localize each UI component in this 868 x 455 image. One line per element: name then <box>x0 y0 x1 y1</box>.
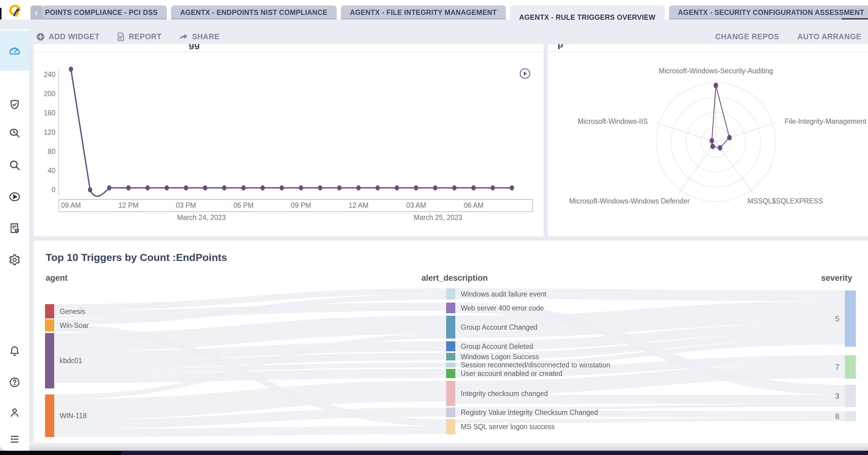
svg-text:Microsoft-Windows-Security-Aud: Microsoft-Windows-Security-Auditing <box>659 67 773 75</box>
sankey-column-header-alert-description: alert_description <box>422 273 488 283</box>
svg-text:5: 5 <box>835 315 839 323</box>
magnifier-clock-icon <box>8 127 21 139</box>
report-button[interactable]: REPORT <box>117 32 162 41</box>
report-label: REPORT <box>129 32 162 41</box>
svg-text:0: 0 <box>52 186 55 194</box>
tab-agentx-endpoints-nist-compliance[interactable]: AGENTX - ENDPOINTS NIST COMPLIANCE <box>171 5 337 20</box>
clipped-title-fragment: gg <box>189 44 200 50</box>
time-range-brush[interactable] <box>59 199 533 212</box>
tab-label: AGENTX - ENDPOINTS NIST COMPLIANCE <box>180 8 328 17</box>
svg-text:240: 240 <box>44 71 55 78</box>
svg-text:March 25, 2023: March 25, 2023 <box>413 214 462 221</box>
svg-text:Integrity checksum changed: Integrity checksum changed <box>461 390 548 397</box>
dashboard-app: ‹ POINTS COMPLIANCE - PCI DSS AGENTX - E… <box>0 0 868 455</box>
top-10-triggers-sankey-widget: Top 10 Triggers by Count :EndPoints agen… <box>33 240 868 446</box>
svg-text:Microsoft-Windows-Windows Defe: Microsoft-Windows-Windows Defender <box>569 197 690 205</box>
sidebar-item-help[interactable] <box>0 368 29 397</box>
tab-label: AGENTX - SECURITY CONFIGURATION ASSESSME… <box>678 8 864 17</box>
tab-label: POINTS COMPLIANCE - PCI DSS <box>45 8 158 17</box>
sidebar-item-search[interactable] <box>0 151 29 180</box>
tab-strip: ‹ POINTS COMPLIANCE - PCI DSS AGENTX - E… <box>30 5 868 20</box>
shield-check-icon <box>8 99 21 111</box>
sankey-widget-title: Top 10 Triggers by Count :EndPoints <box>45 252 227 263</box>
triggers-by-source-radar-widget: p Microsoft-Windows-Security-AuditingFil… <box>548 44 868 236</box>
svg-text:8: 8 <box>835 412 839 421</box>
svg-text:Group Account Deleted: Group Account Deleted <box>461 343 533 350</box>
background-window-top <box>121 451 868 455</box>
svg-text:Group Account Changed: Group Account Changed <box>461 323 537 331</box>
svg-text:MSSQL$SQLEXPRESS: MSSQL$SQLEXPRESS <box>747 197 823 205</box>
dashboard-tab-bar: ‹ POINTS COMPLIANCE - PCI DSS AGENTX - E… <box>0 0 868 20</box>
svg-text:Microsoft-Windows-IIS: Microsoft-Windows-IIS <box>578 118 648 125</box>
help-circle-icon <box>9 377 21 388</box>
sidebar-item-user[interactable] <box>0 398 29 427</box>
bottom-scroll-fade <box>0 443 868 451</box>
clipped-title-fragment: p <box>558 44 563 50</box>
auto-arrange-label: AUTO ARRANGE <box>797 32 861 41</box>
search-icon <box>8 159 21 171</box>
svg-text:MS SQL server logon success: MS SQL server logon success <box>461 423 555 431</box>
tab-agentx-rule-triggers-overview[interactable]: AGENTX - RULE TRIGGERS OVERVIEW <box>510 5 665 29</box>
user-icon <box>9 407 21 418</box>
left-nav-sidebar <box>0 29 29 451</box>
svg-text:160: 160 <box>44 109 55 117</box>
document-shield-icon <box>8 222 21 234</box>
tab-agentx-security-configuration-assessment[interactable]: AGENTX - SECURITY CONFIGURATION ASSESSME… <box>669 5 868 20</box>
tab-agentx-file-integrity-management[interactable]: AGENTX - FILE INTEGRITY MANAGEMENT <box>341 5 506 20</box>
change-repos-button[interactable]: CHANGE REPOS <box>715 32 779 41</box>
svg-text:Registry Value Integrity Check: Registry Value Integrity Checksum Change… <box>461 409 598 416</box>
dashboard-gauge-icon <box>8 44 21 57</box>
tab-label: AGENTX - FILE INTEGRITY MANAGEMENT <box>350 8 497 17</box>
add-widget-button[interactable]: ADD WIDGET <box>36 32 99 41</box>
svg-text:3: 3 <box>835 392 839 400</box>
dashboard-canvas: gg 0408012016020024009 AM12 PM03 PM06 PM… <box>29 44 868 443</box>
rule-triggers-timeline-widget: gg 0408012016020024009 AM12 PM03 PM06 PM… <box>33 44 544 236</box>
svg-text:7: 7 <box>835 363 839 371</box>
play-oval-icon <box>8 191 21 203</box>
svg-text:User account enabled or create: User account enabled or created <box>461 369 562 378</box>
svg-text:Windows Logon Success: Windows Logon Success <box>461 353 539 361</box>
report-document-icon <box>117 32 125 41</box>
tab-label: AGENTX - RULE TRIGGERS OVERVIEW <box>519 13 656 22</box>
bell-icon <box>9 345 21 357</box>
svg-text:Genesis: Genesis <box>60 307 85 315</box>
svg-text:120: 120 <box>44 128 55 136</box>
svg-text:80: 80 <box>48 148 55 155</box>
share-label: SHARE <box>192 32 220 41</box>
trend-play-button[interactable] <box>520 68 530 79</box>
svg-text:March 24, 2023: March 24, 2023 <box>177 214 226 221</box>
clipped-widget-title: gg <box>33 44 544 52</box>
svg-text:File-Integrity-Management: File-Integrity-Management <box>785 118 866 125</box>
svg-text:Win-Soar: Win-Soar <box>60 322 89 329</box>
sidebar-item-dashboard[interactable] <box>0 30 29 71</box>
plus-circle-icon <box>36 32 45 41</box>
tab-endpoints-compliance-pci-dss[interactable]: POINTS COMPLIANCE - PCI DSS <box>42 5 167 20</box>
share-button[interactable]: SHARE <box>179 32 220 41</box>
change-repos-label: CHANGE REPOS <box>715 32 779 41</box>
add-widget-label: ADD WIDGET <box>49 32 99 41</box>
sidebar-item-settings[interactable] <box>0 245 29 274</box>
svg-text:Web server 400 error code: Web server 400 error code <box>461 304 544 312</box>
sankey-column-header-agent: agent <box>45 273 68 283</box>
svg-text:200: 200 <box>44 90 55 98</box>
auto-arrange-button[interactable]: AUTO ARRANGE <box>797 32 861 41</box>
sidebar-item-compliance[interactable] <box>0 90 29 119</box>
sidebar-item-policy-report[interactable] <box>0 214 29 243</box>
sidebar-item-investigate[interactable] <box>0 119 29 148</box>
sidebar-item-expand-menu[interactable] <box>0 425 29 454</box>
indent-menu-icon <box>9 433 21 445</box>
tabs-scroll-left-chevron-icon[interactable]: ‹ <box>30 5 42 20</box>
sidebar-item-notifications[interactable] <box>0 336 29 365</box>
sidebar-item-responses[interactable] <box>0 182 29 212</box>
svg-text:Windows audit failure event: Windows audit failure event <box>461 290 547 298</box>
sankey-column-header-severity: severity <box>821 273 852 283</box>
qualys-logo <box>5 2 24 19</box>
svg-text:WIN-118: WIN-118 <box>60 412 87 420</box>
triggers-sankey-chart: GenesisWin-Soarkbdc01WIN-118Windows audi… <box>33 240 868 446</box>
svg-text:kbdc01: kbdc01 <box>60 357 82 365</box>
clipped-widget-title: p <box>548 44 868 52</box>
svg-text:40: 40 <box>48 167 55 174</box>
share-arrow-icon <box>179 32 188 41</box>
dashboard-toolbar: ADD WIDGET REPORT SHARE CHANGE REPOS AUT <box>29 29 868 44</box>
svg-text:Session reconnected/disconnect: Session reconnected/disconnected to wins… <box>461 361 610 369</box>
